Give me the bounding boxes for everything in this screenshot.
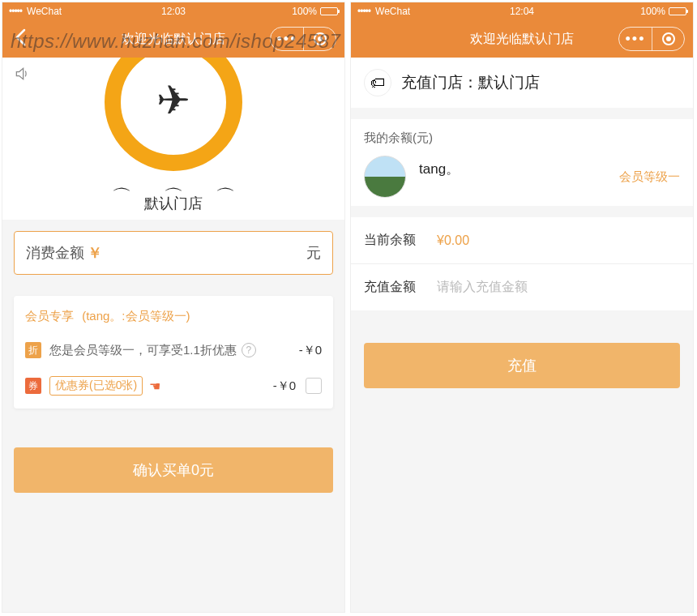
phone-left: https://www.huzhan.com/ishop24587 ••••• … bbox=[2, 2, 345, 613]
member-tier: 会员等级一 bbox=[619, 169, 680, 185]
store-logo-icon: 🏷 bbox=[364, 69, 391, 96]
rocket-icon: ✈ bbox=[156, 80, 190, 121]
help-icon[interactable]: ? bbox=[242, 343, 256, 357]
member-detail: (tang。:会员等级一) bbox=[82, 309, 190, 323]
speaker-icon[interactable] bbox=[14, 66, 30, 86]
confirm-button[interactable]: 确认买单0元 bbox=[14, 447, 333, 493]
coupon-checkbox[interactable] bbox=[306, 378, 322, 394]
recharge-input[interactable]: 请输入充值金额 bbox=[437, 279, 528, 296]
status-time: 12:04 bbox=[351, 6, 693, 17]
unit: 元 bbox=[306, 243, 321, 263]
store-header: 🏷 充值门店：默认门店 bbox=[351, 58, 693, 108]
current-balance-value: ¥0.00 bbox=[437, 233, 469, 248]
shop-name: 默认门店 bbox=[2, 194, 344, 213]
discount-text: 您是会员等级一，可享受1.1折优惠 bbox=[49, 343, 237, 358]
status-time: 12:03 bbox=[2, 6, 344, 17]
current-balance-key: 当前余额 bbox=[364, 232, 437, 249]
recharge-amount-key: 充值金额 bbox=[364, 279, 437, 296]
coupon-tag: 券 bbox=[25, 378, 41, 394]
shop-logo: ✈ bbox=[105, 58, 242, 171]
consume-amount-input[interactable]: 消费金额 ￥ 元 bbox=[14, 231, 333, 275]
battery-icon bbox=[320, 7, 338, 15]
balance-section: 我的余额(元) tang。 会员等级一 bbox=[351, 119, 693, 206]
phone-right: ••••• WeChat 12:04 100% 欢迎光临默认门店 ••• 🏷 充… bbox=[350, 2, 694, 613]
recharge-button[interactable]: 充值 bbox=[364, 343, 680, 388]
coupon-amount: -￥0 bbox=[273, 379, 296, 394]
avatar bbox=[364, 156, 406, 198]
coupon-row[interactable]: 券 优惠券(已选0张) ☚ -￥0 bbox=[25, 376, 322, 396]
battery-icon bbox=[669, 7, 686, 15]
member-card: 会员专享 (tang。:会员等级一) 折 您是会员等级一，可享受1.1折优惠 ?… bbox=[14, 296, 333, 409]
navbar: 欢迎光临默认门店 ••• bbox=[351, 20, 693, 58]
discount-tag: 折 bbox=[25, 342, 41, 358]
discount-row: 折 您是会员等级一，可享受1.1折优惠 ? -￥0 bbox=[25, 342, 322, 358]
recharge-amount-row[interactable]: 充值金额 请输入充值金额 bbox=[351, 263, 693, 310]
current-balance-row: 当前余额 ¥0.00 bbox=[351, 217, 693, 263]
pointer-icon: ☚ bbox=[149, 379, 160, 394]
store-label: 充值门店：默认门店 bbox=[401, 72, 540, 93]
coupon-pill: 优惠券(已选0张) bbox=[49, 376, 143, 396]
page-title: 欢迎光临默认门店 bbox=[2, 31, 344, 48]
consume-label: 消费金额 bbox=[26, 243, 84, 263]
username: tang。 bbox=[419, 160, 460, 178]
status-bar: ••••• WeChat 12:04 100% bbox=[351, 2, 693, 20]
member-line: 会员专享 (tang。:会员等级一) bbox=[25, 309, 322, 324]
status-bar: ••••• WeChat 12:03 100% bbox=[2, 2, 344, 20]
member-exclusive: 会员专享 bbox=[25, 309, 74, 323]
page-title: 欢迎光临默认门店 bbox=[351, 31, 693, 48]
navbar: 欢迎光临默认门店 ••• bbox=[2, 20, 344, 58]
discount-amount: -￥0 bbox=[299, 343, 322, 358]
balance-label: 我的余额(元) bbox=[364, 130, 680, 146]
shop-hero: ✈ ⌒⌒⌒ 默认门店 bbox=[2, 58, 344, 220]
currency-symbol: ￥ bbox=[88, 243, 102, 263]
